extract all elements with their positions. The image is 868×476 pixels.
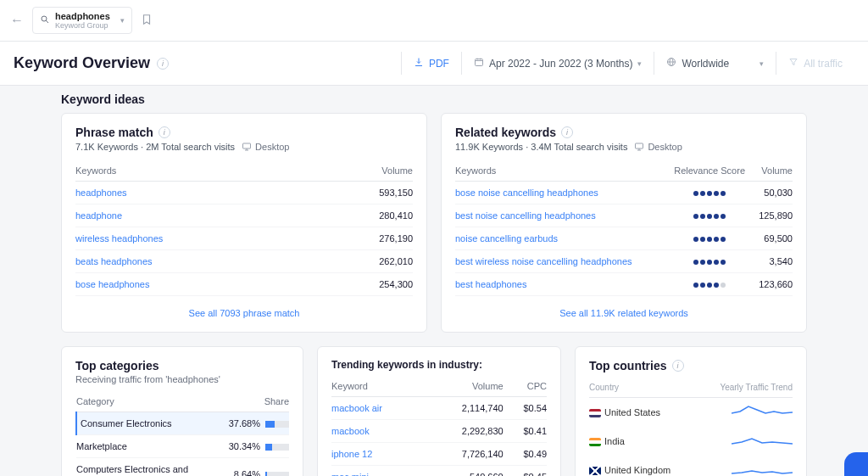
top-categories-sub: Receiving traffic from 'headphones' — [75, 374, 289, 384]
search-icon — [40, 14, 50, 26]
keyword-link[interactable]: noise cancelling earbuds — [455, 233, 558, 244]
countries-table: Country Yearly Traffic Trend United Stat… — [589, 378, 793, 476]
keyword-link[interactable]: bose noise cancelling headphones — [455, 188, 598, 198]
relevance-dots — [693, 260, 726, 265]
relevance-dots — [693, 237, 726, 242]
table-row: best headphones123,660 — [455, 273, 793, 296]
keyword-link[interactable]: headphone — [75, 210, 122, 221]
volume-cell: 7,726,140 — [426, 443, 504, 466]
top-countries-card: Top countries i Country Yearly Traffic T… — [575, 346, 807, 476]
sparkline — [732, 403, 793, 420]
volume-cell: 593,150 — [319, 182, 413, 204]
top-countries-title: Top countries — [589, 359, 667, 372]
keyword-link[interactable]: wireless headphones — [75, 233, 163, 244]
categories-table: Category Share Consumer Electronics37.68… — [75, 391, 289, 476]
table-row: headphones593,150 — [75, 182, 413, 204]
svg-rect-2 — [475, 59, 482, 66]
bookmark-icon[interactable] — [141, 14, 153, 28]
info-icon[interactable]: i — [157, 58, 169, 70]
svg-line-1 — [46, 20, 48, 23]
table-row: macbook air2,114,740$0.54 — [331, 397, 547, 420]
keyword-group-pill[interactable]: headphones Keyword Group ▾ — [32, 7, 132, 34]
col-volume: Volume — [752, 160, 793, 182]
trending-table: Keyword Volume CPC macbook air2,114,740$… — [331, 376, 547, 476]
date-range-selector[interactable]: Apr 2022 - Jun 2022 (3 Months) ▾ — [461, 52, 654, 75]
col-cpc: CPC — [504, 376, 547, 397]
col-country: Country — [589, 378, 697, 398]
category-name: Computers Electronics and Technology — [76, 458, 229, 476]
download-icon — [414, 57, 424, 70]
volume-cell: 276,190 — [319, 227, 413, 250]
share-cell: 37.68% — [229, 412, 260, 435]
sparkline — [732, 461, 793, 476]
page-title: Keyword Overview i — [14, 54, 169, 72]
see-all-related-link[interactable]: See all 11.9K related keywords — [559, 308, 688, 318]
main-content: Keyword ideas Phrase match i 7.1K Keywor… — [0, 86, 868, 476]
keyword-ideas-title: Keyword ideas — [61, 92, 807, 106]
volume-cell: 123,660 — [752, 273, 793, 296]
keyword-link[interactable]: macbook — [331, 426, 370, 436]
phrase-match-card: Phrase match i 7.1K Keywords · 2M Total … — [61, 113, 427, 333]
cpc-cell: $0.41 — [504, 420, 547, 443]
info-icon[interactable]: i — [561, 126, 573, 138]
keyword-ideas-row: Phrase match i 7.1K Keywords · 2M Total … — [61, 113, 807, 333]
keyword-link[interactable]: mac mini — [331, 472, 369, 476]
export-pdf-button[interactable]: PDF — [401, 52, 461, 75]
keyword-link[interactable]: bose headphones — [75, 279, 149, 289]
share-cell: 30.34% — [229, 435, 260, 458]
keyword-link[interactable]: best noise cancelling headphones — [455, 210, 596, 221]
flag-icon — [589, 409, 601, 417]
volume-cell: 254,300 — [319, 273, 413, 296]
category-row[interactable]: Marketplace30.34% — [76, 435, 289, 458]
table-row: best noise cancelling headphones125,890 — [455, 204, 793, 227]
chevron-down-icon: ▾ — [760, 59, 764, 68]
col-relevance: Relevance Score — [667, 160, 752, 182]
page-header: Keyword Overview i PDF Apr 2022 - Jun 20… — [0, 42, 868, 86]
volume-cell: 2,114,740 — [426, 397, 504, 420]
device-badge: Desktop — [242, 141, 289, 152]
keyword-link[interactable]: best headphones — [455, 279, 526, 289]
keyword-link[interactable]: beats headphones — [75, 256, 153, 266]
category-name: Consumer Electronics — [76, 412, 229, 435]
info-icon[interactable]: i — [672, 360, 684, 372]
share-cell: 8.64% — [229, 458, 260, 476]
filter-icon — [788, 57, 798, 70]
help-fab[interactable] — [844, 452, 868, 476]
volume-cell: 125,890 — [752, 204, 793, 227]
info-icon[interactable]: i — [159, 126, 170, 138]
geo-selector[interactable]: Worldwide ▾ — [654, 52, 776, 75]
calendar-icon — [474, 57, 484, 70]
related-keywords-card: Related keywords i 11.9K Keywords · 3.4M… — [441, 113, 807, 333]
volume-cell: 2,292,830 — [426, 420, 504, 443]
keyword-link[interactable]: macbook air — [331, 403, 382, 413]
category-row[interactable]: Computers Electronics and Technology8.64… — [76, 458, 289, 476]
share-bar — [265, 421, 289, 428]
back-button[interactable]: ← — [10, 13, 24, 28]
relevance-dots — [693, 214, 726, 219]
country-name: India — [589, 427, 697, 456]
phrase-match-stats: 7.1K Keywords · 2M Total search visits — [75, 142, 235, 152]
phrase-match-table: Keywords Volume headphones593,150headpho… — [75, 160, 413, 296]
country-row: India — [589, 427, 793, 456]
col-volume: Volume — [426, 376, 504, 397]
chevron-down-icon: ▾ — [120, 16, 125, 25]
volume-cell: 280,410 — [319, 204, 413, 227]
col-keywords: Keywords — [455, 160, 667, 182]
keyword-link[interactable]: best wireless noise cancelling headphone… — [455, 256, 632, 266]
table-row: wireless headphones276,190 — [75, 227, 413, 250]
related-stats: 11.9K Keywords · 3.4M Total search visit… — [455, 142, 627, 152]
keyword-link[interactable]: iphone 12 — [331, 449, 372, 459]
see-all-phrase-link[interactable]: See all 7093 phrase match — [189, 308, 300, 318]
col-volume: Volume — [319, 160, 413, 182]
col-keyword: Keyword — [331, 376, 426, 397]
table-row: beats headphones262,010 — [75, 250, 413, 273]
category-row[interactable]: Consumer Electronics37.68% — [76, 412, 289, 435]
table-row: mac mini540,660$0.45 — [331, 466, 547, 476]
volume-cell: 69,500 — [752, 227, 793, 250]
volume-cell: 50,030 — [752, 182, 793, 204]
keyword-group-name: headphones — [55, 11, 110, 21]
table-row: noise cancelling earbuds69,500 — [455, 227, 793, 250]
chevron-down-icon: ▾ — [637, 59, 642, 68]
keyword-link[interactable]: headphones — [75, 188, 127, 198]
related-title: Related keywords — [455, 126, 556, 139]
